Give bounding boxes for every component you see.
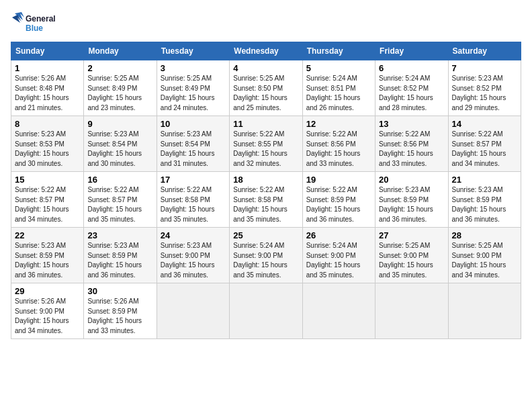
calendar-week-4: 22Sunrise: 5:23 AM Sunset: 8:59 PM Dayli… [11, 228, 521, 283]
day-number: 11 [233, 119, 298, 129]
day-number: 10 [161, 119, 226, 129]
cell-info: Sunrise: 5:23 AM Sunset: 8:54 PM Dayligh… [161, 130, 226, 169]
page-header: General Blue [11, 11, 521, 36]
cell-info: Sunrise: 5:22 AM Sunset: 8:58 PM Dayligh… [233, 185, 298, 224]
day-number: 7 [452, 63, 517, 73]
calendar-cell: 19Sunrise: 5:22 AM Sunset: 8:59 PM Dayli… [302, 172, 375, 228]
day-number: 21 [452, 175, 517, 185]
calendar-cell: 2Sunrise: 5:25 AM Sunset: 8:49 PM Daylig… [84, 60, 157, 116]
cell-info: Sunrise: 5:24 AM Sunset: 8:52 PM Dayligh… [379, 74, 444, 113]
cell-info: Sunrise: 5:22 AM Sunset: 8:56 PM Dayligh… [306, 130, 371, 169]
cell-info: Sunrise: 5:24 AM Sunset: 9:00 PM Dayligh… [306, 241, 371, 280]
calendar-cell: 12Sunrise: 5:22 AM Sunset: 8:56 PM Dayli… [302, 116, 375, 172]
day-number: 19 [306, 175, 371, 185]
day-number: 8 [15, 119, 80, 129]
day-number: 26 [306, 230, 371, 240]
calendar-cell: 25Sunrise: 5:24 AM Sunset: 9:00 PM Dayli… [230, 228, 302, 283]
cell-info: Sunrise: 5:26 AM Sunset: 8:48 PM Dayligh… [15, 74, 80, 113]
day-number: 5 [306, 63, 371, 73]
calendar-week-2: 8Sunrise: 5:23 AM Sunset: 8:53 PM Daylig… [11, 116, 521, 172]
calendar-cell: 7Sunrise: 5:23 AM Sunset: 8:52 PM Daylig… [448, 60, 521, 116]
cell-info: Sunrise: 5:25 AM Sunset: 9:00 PM Dayligh… [379, 241, 444, 280]
calendar-cell: 30Sunrise: 5:26 AM Sunset: 8:59 PM Dayli… [84, 283, 157, 339]
calendar-cell: 8Sunrise: 5:23 AM Sunset: 8:53 PM Daylig… [11, 116, 84, 172]
cell-info: Sunrise: 5:22 AM Sunset: 8:56 PM Dayligh… [379, 130, 444, 169]
calendar-cell: 23Sunrise: 5:23 AM Sunset: 8:59 PM Dayli… [84, 228, 157, 283]
cell-info: Sunrise: 5:26 AM Sunset: 9:00 PM Dayligh… [15, 297, 80, 336]
calendar-cell: 9Sunrise: 5:23 AM Sunset: 8:54 PM Daylig… [84, 116, 157, 172]
calendar-cell: 24Sunrise: 5:23 AM Sunset: 9:00 PM Dayli… [157, 228, 229, 283]
calendar-cell: 20Sunrise: 5:23 AM Sunset: 8:59 PM Dayli… [375, 172, 448, 228]
cell-info: Sunrise: 5:22 AM Sunset: 8:57 PM Dayligh… [452, 130, 517, 169]
calendar-body: 1Sunrise: 5:26 AM Sunset: 8:48 PM Daylig… [11, 60, 521, 339]
day-number: 25 [233, 230, 298, 240]
day-number: 9 [87, 119, 152, 129]
calendar-cell: 28Sunrise: 5:25 AM Sunset: 9:00 PM Dayli… [448, 228, 521, 283]
cell-info: Sunrise: 5:24 AM Sunset: 8:51 PM Dayligh… [306, 74, 371, 113]
day-number: 4 [233, 63, 298, 73]
calendar-cell: 16Sunrise: 5:22 AM Sunset: 8:57 PM Dayli… [84, 172, 157, 228]
cell-info: Sunrise: 5:23 AM Sunset: 8:54 PM Dayligh… [87, 130, 152, 169]
day-number: 3 [161, 63, 226, 73]
calendar-table: SundayMondayTuesdayWednesdayThursdayFrid… [11, 42, 521, 339]
calendar-cell: 14Sunrise: 5:22 AM Sunset: 8:57 PM Dayli… [448, 116, 521, 172]
calendar-cell: 11Sunrise: 5:22 AM Sunset: 8:55 PM Dayli… [230, 116, 302, 172]
calendar-cell: 17Sunrise: 5:22 AM Sunset: 8:58 PM Dayli… [157, 172, 229, 228]
cell-info: Sunrise: 5:22 AM Sunset: 8:58 PM Dayligh… [161, 185, 226, 224]
calendar-cell: 10Sunrise: 5:23 AM Sunset: 8:54 PM Dayli… [157, 116, 229, 172]
cell-info: Sunrise: 5:25 AM Sunset: 8:50 PM Dayligh… [233, 74, 298, 113]
calendar-cell: 5Sunrise: 5:24 AM Sunset: 8:51 PM Daylig… [302, 60, 375, 116]
day-number: 2 [87, 63, 152, 73]
cell-info: Sunrise: 5:23 AM Sunset: 9:00 PM Dayligh… [161, 241, 226, 280]
cell-info: Sunrise: 5:22 AM Sunset: 8:57 PM Dayligh… [87, 185, 152, 224]
cell-info: Sunrise: 5:23 AM Sunset: 8:59 PM Dayligh… [87, 241, 152, 280]
column-header-thursday: Thursday [302, 42, 375, 60]
calendar-cell: 21Sunrise: 5:23 AM Sunset: 8:59 PM Dayli… [448, 172, 521, 228]
calendar-cell [302, 283, 375, 339]
day-number: 29 [15, 286, 80, 296]
day-number: 18 [233, 175, 298, 185]
calendar-cell: 26Sunrise: 5:24 AM Sunset: 9:00 PM Dayli… [302, 228, 375, 283]
day-number: 30 [87, 286, 152, 296]
day-number: 22 [15, 230, 80, 240]
calendar-cell: 1Sunrise: 5:26 AM Sunset: 8:48 PM Daylig… [11, 60, 84, 116]
day-number: 14 [452, 119, 517, 129]
cell-info: Sunrise: 5:25 AM Sunset: 8:49 PM Dayligh… [161, 74, 226, 113]
cell-info: Sunrise: 5:23 AM Sunset: 8:59 PM Dayligh… [379, 185, 444, 224]
calendar-cell: 6Sunrise: 5:24 AM Sunset: 8:52 PM Daylig… [375, 60, 448, 116]
cell-info: Sunrise: 5:26 AM Sunset: 8:59 PM Dayligh… [87, 297, 152, 336]
cell-info: Sunrise: 5:22 AM Sunset: 8:59 PM Dayligh… [306, 185, 371, 224]
calendar-cell [375, 283, 448, 339]
calendar-cell: 27Sunrise: 5:25 AM Sunset: 9:00 PM Dayli… [375, 228, 448, 283]
column-header-sunday: Sunday [11, 42, 84, 60]
cell-info: Sunrise: 5:23 AM Sunset: 8:52 PM Dayligh… [452, 74, 517, 113]
day-number: 16 [87, 175, 152, 185]
cell-info: Sunrise: 5:24 AM Sunset: 9:00 PM Dayligh… [233, 241, 298, 280]
svg-text:General: General [26, 14, 56, 24]
calendar-cell: 29Sunrise: 5:26 AM Sunset: 9:00 PM Dayli… [11, 283, 84, 339]
calendar-cell: 15Sunrise: 5:22 AM Sunset: 8:57 PM Dayli… [11, 172, 84, 228]
cell-info: Sunrise: 5:23 AM Sunset: 8:59 PM Dayligh… [15, 241, 80, 280]
calendar-week-3: 15Sunrise: 5:22 AM Sunset: 8:57 PM Dayli… [11, 172, 521, 228]
calendar-cell: 13Sunrise: 5:22 AM Sunset: 8:56 PM Dayli… [375, 116, 448, 172]
calendar-cell: 18Sunrise: 5:22 AM Sunset: 8:58 PM Dayli… [230, 172, 302, 228]
cell-info: Sunrise: 5:25 AM Sunset: 8:49 PM Dayligh… [87, 74, 152, 113]
calendar-cell [157, 283, 229, 339]
calendar-week-5: 29Sunrise: 5:26 AM Sunset: 9:00 PM Dayli… [11, 283, 521, 339]
day-number: 17 [161, 175, 226, 185]
cell-info: Sunrise: 5:25 AM Sunset: 9:00 PM Dayligh… [452, 241, 517, 280]
cell-info: Sunrise: 5:23 AM Sunset: 8:59 PM Dayligh… [452, 185, 517, 224]
column-header-saturday: Saturday [448, 42, 521, 60]
day-number: 24 [161, 230, 226, 240]
logo: General Blue [11, 11, 71, 36]
column-header-friday: Friday [375, 42, 448, 60]
day-number: 28 [452, 230, 517, 240]
calendar-cell: 4Sunrise: 5:25 AM Sunset: 8:50 PM Daylig… [230, 60, 302, 116]
cell-info: Sunrise: 5:22 AM Sunset: 8:57 PM Dayligh… [15, 185, 80, 224]
column-header-monday: Monday [84, 42, 157, 60]
day-number: 1 [15, 63, 80, 73]
calendar-cell [448, 283, 521, 339]
day-number: 23 [87, 230, 152, 240]
cell-info: Sunrise: 5:22 AM Sunset: 8:55 PM Dayligh… [233, 130, 298, 169]
calendar-header-row: SundayMondayTuesdayWednesdayThursdayFrid… [11, 42, 521, 60]
